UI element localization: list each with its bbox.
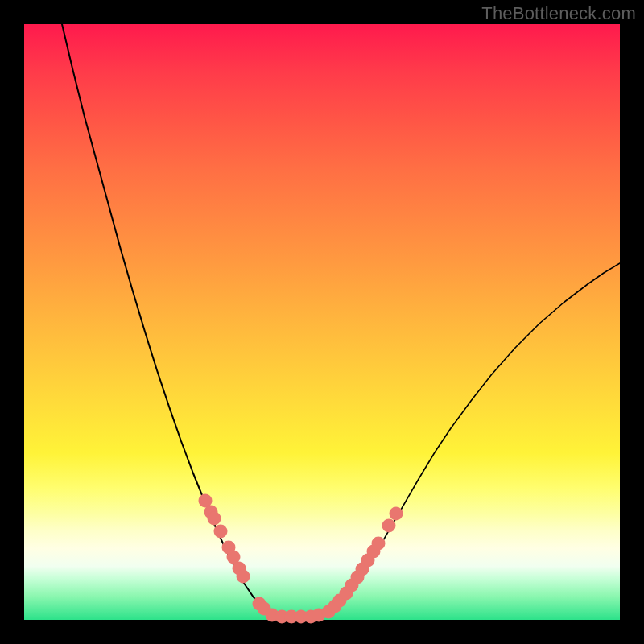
data-dot (237, 570, 250, 584)
bottleneck-curve (62, 24, 620, 617)
curve-layer (24, 24, 620, 620)
watermark-text: TheBottleneck.com (481, 3, 636, 24)
data-dots (199, 494, 403, 624)
outer-frame: TheBottleneck.com (0, 0, 644, 644)
data-dot (208, 512, 221, 526)
data-dot (382, 519, 396, 533)
plot-area (24, 24, 620, 620)
data-dot (390, 507, 403, 521)
data-dot (372, 537, 386, 551)
data-dot (214, 525, 228, 539)
